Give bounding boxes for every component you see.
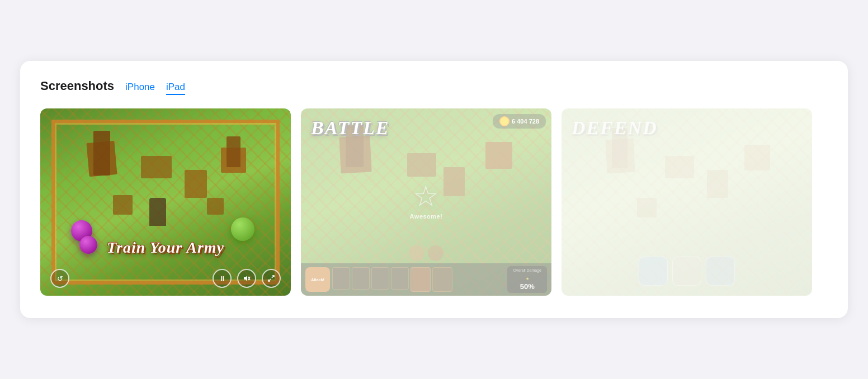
game-bg-train: Train Your Army ↺ ⏸ xyxy=(40,108,291,296)
screenshot-defend[interactable]: DEFEND xyxy=(562,108,812,296)
replay-button[interactable]: ↺ xyxy=(50,269,69,288)
damage-display: Overall Damage ★ 50% xyxy=(507,266,547,293)
troop-figures xyxy=(409,245,444,261)
section-title: Screenshots xyxy=(40,79,114,93)
section-header: Screenshots iPhone iPad xyxy=(40,79,828,95)
building-4 xyxy=(185,170,207,198)
defend-building-2 xyxy=(744,145,770,170)
defend-building-4 xyxy=(707,170,728,198)
star-rating-overlay: ☆ Awesome! xyxy=(410,181,443,219)
hero-slot-2 xyxy=(432,267,452,292)
train-army-text: Train Your Army xyxy=(107,239,224,257)
battle-building-2 xyxy=(485,142,512,169)
hero-slot xyxy=(411,267,431,292)
defend-title-text: DEFEND xyxy=(572,117,658,139)
mute-icon xyxy=(243,274,251,282)
fullscreen-icon xyxy=(267,274,275,282)
building-5 xyxy=(113,195,133,215)
tab-ipad[interactable]: iPad xyxy=(166,82,185,95)
orb-green xyxy=(231,217,254,241)
building-6 xyxy=(207,198,224,215)
game-bg-defend: DEFEND xyxy=(562,108,812,296)
video-controls: ↺ ⏸ xyxy=(40,269,291,288)
screenshots-grid: Train Your Army ↺ ⏸ xyxy=(40,108,828,296)
slot-1 xyxy=(332,267,350,290)
damage-value: 50% xyxy=(513,282,541,291)
coin-bar: 6 404 728 xyxy=(493,114,546,129)
defend-building-5 xyxy=(637,198,657,217)
screenshot-train[interactable]: Train Your Army ↺ ⏸ xyxy=(40,108,291,296)
pause-button[interactable]: ⏸ xyxy=(213,269,232,288)
troop-1 xyxy=(409,245,424,261)
defend-icon-1 xyxy=(639,257,668,286)
attack-label: Attack! xyxy=(311,278,324,282)
game-bg-battle: 6 404 728 BATTLE ☆ Awesome! Attack! xyxy=(301,108,551,296)
big-star-icon: ☆ xyxy=(413,181,439,210)
battle-bottom-bar: Attack! Overall Damage ★ 50% xyxy=(301,263,551,296)
damage-star: ★ xyxy=(526,277,529,281)
fullscreen-button[interactable] xyxy=(262,269,281,288)
slot-4 xyxy=(391,267,409,290)
battle-building-4 xyxy=(444,167,465,196)
battle-title-text: BATTLE xyxy=(311,117,389,139)
defend-building-3 xyxy=(665,156,694,178)
character xyxy=(149,198,166,226)
troop-slots xyxy=(332,267,505,292)
coin-count: 6 404 728 xyxy=(512,118,539,125)
building-3 xyxy=(141,156,172,178)
tab-iphone[interactable]: iPhone xyxy=(125,82,155,95)
defend-icon-2 xyxy=(672,257,701,286)
defend-bottom-icons xyxy=(639,257,735,286)
awesome-label: Awesome! xyxy=(410,212,443,219)
screenshots-card: Screenshots iPhone iPad xyxy=(20,61,848,318)
tower-1 xyxy=(93,131,110,176)
troop-2 xyxy=(428,245,444,261)
mute-button[interactable] xyxy=(237,269,256,288)
screenshot-battle[interactable]: 6 404 728 BATTLE ☆ Awesome! Attack! xyxy=(301,108,551,296)
attack-button[interactable]: Attack! xyxy=(305,267,330,292)
battle-building-3 xyxy=(407,153,436,177)
damage-label: Overall Damage xyxy=(513,268,541,272)
defend-icon-3 xyxy=(706,257,735,286)
tower-2 xyxy=(227,136,240,167)
orb-purple-2 xyxy=(79,236,97,254)
coin-icon xyxy=(499,116,510,126)
slot-2 xyxy=(352,267,370,290)
slot-3 xyxy=(371,267,389,290)
right-controls: ⏸ xyxy=(213,269,281,288)
